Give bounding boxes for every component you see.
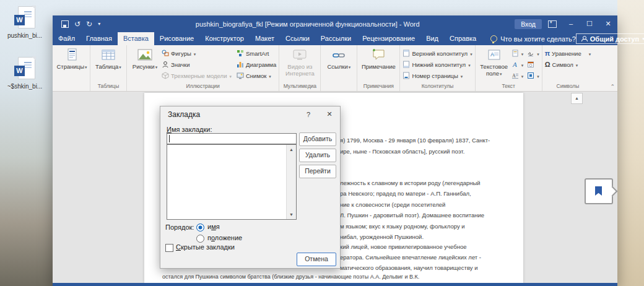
- sign-in-button[interactable]: Вход: [515, 19, 542, 29]
- bookmark-callout[interactable]: [585, 178, 613, 204]
- document-text-line: я) 1799, Москва - 29 января (10 февраля)…: [340, 137, 490, 144]
- group-symbols: π Уравнение Ω Символ Символы: [542, 45, 594, 91]
- text-cursor: [169, 135, 170, 142]
- hidden-bookmarks-checkbox[interactable]: [165, 244, 173, 252]
- tab-review[interactable]: Рецензирование: [357, 32, 420, 45]
- chart-button[interactable]: Диаграмма: [237, 59, 276, 70]
- group-illustrations: Рисунки Фигуры Значки: [126, 45, 279, 91]
- quick-parts-button[interactable]: [511, 48, 524, 59]
- group-pages: Страницы: [54, 45, 90, 91]
- desktop-icon-word-doc-2[interactable]: W ~$shkin_bi...: [5, 57, 45, 90]
- close-button[interactable]: ✕: [599, 15, 617, 32]
- minimize-button[interactable]: –: [562, 15, 580, 32]
- smartart-button[interactable]: SmartArt: [237, 48, 276, 59]
- tab-insert[interactable]: Вставка: [118, 32, 154, 45]
- bookmark-list[interactable]: ▲ ▼: [167, 144, 297, 220]
- svg-text:A: A: [490, 51, 494, 58]
- add-button[interactable]: Добавить: [299, 132, 336, 146]
- date-time-button[interactable]: [527, 59, 539, 70]
- collapse-ribbon-icon[interactable]: ⌃: [610, 84, 615, 90]
- scroll-down-icon[interactable]: ▼: [287, 210, 296, 219]
- shapes-button[interactable]: Фигуры: [162, 48, 232, 59]
- lightbulb-icon: [490, 35, 497, 42]
- tab-file[interactable]: Файл: [53, 32, 80, 45]
- wordart-button[interactable]: A: [511, 59, 524, 70]
- chart-icon: [237, 61, 244, 68]
- tab-help[interactable]: Справка: [444, 32, 482, 45]
- share-icon: [581, 36, 587, 41]
- word-doc-icon: W: [14, 57, 35, 82]
- radio-position-label[interactable]: положение: [207, 234, 242, 241]
- drop-cap-button[interactable]: A: [511, 70, 524, 81]
- symbol-button[interactable]: Ω Символ: [545, 59, 591, 70]
- comment-button[interactable]: Примечание: [360, 46, 397, 71]
- dialog-help-button[interactable]: ?: [298, 111, 319, 118]
- desktop-icon-word-doc-1[interactable]: W pushkin_bi...: [5, 6, 45, 39]
- svg-text:A: A: [512, 73, 516, 79]
- radio-name[interactable]: [196, 223, 204, 232]
- online-video-button[interactable]: Видео из Интернета: [282, 46, 318, 77]
- footer-icon: [402, 61, 410, 68]
- redo-icon[interactable]: ↻: [86, 20, 92, 28]
- document-text-line: матического образования, научил товарище…: [340, 264, 477, 271]
- table-button[interactable]: Таблица: [93, 46, 124, 71]
- 3d-model-icon: [162, 72, 169, 79]
- dialog-title-bar[interactable]: Закладка ? ✕: [160, 106, 340, 122]
- hidden-bookmarks-label[interactable]: Скрытые закладки: [176, 243, 235, 251]
- icons-button[interactable]: Значки: [162, 59, 232, 70]
- tab-draw[interactable]: Рисование: [154, 32, 199, 45]
- comment-icon: [370, 48, 386, 63]
- tab-references[interactable]: Ссылки: [280, 32, 315, 45]
- status-bar: [53, 283, 617, 286]
- group-links: Ссылки: [320, 45, 357, 91]
- ribbon-display-options-icon[interactable]: [548, 20, 557, 28]
- order-label: Порядок:: [165, 223, 194, 231]
- link-icon: [331, 48, 347, 63]
- document-text-line: остался для Пушкина символом братства (б…: [162, 274, 419, 280]
- cancel-button[interactable]: Отмена: [297, 253, 336, 266]
- footer-button[interactable]: Нижний колонтитул: [402, 59, 472, 70]
- pages-button[interactable]: Страницы: [56, 46, 87, 71]
- maximize-button[interactable]: ☐: [580, 15, 599, 32]
- dialog-close-button[interactable]: ✕: [319, 110, 340, 118]
- desktop-icon-label: pushkin_bi...: [5, 32, 45, 39]
- ribbon-tab-bar: Файл Главная Вставка Рисование Конструкт…: [53, 32, 617, 45]
- signature-line-button[interactable]: [527, 48, 539, 59]
- screenshot-button[interactable]: Снимок: [237, 70, 276, 81]
- radio-name-label[interactable]: имя: [207, 223, 220, 230]
- radio-position[interactable]: [196, 235, 204, 243]
- drop-cap-icon: A: [511, 72, 519, 79]
- text-box-button[interactable]: A Текстовое поле: [478, 46, 510, 77]
- undo-icon[interactable]: ↺: [74, 20, 80, 28]
- scroll-up-icon[interactable]: ▲: [287, 145, 296, 154]
- 3d-models-button[interactable]: Трехмерные модели: [162, 70, 232, 81]
- tab-design[interactable]: Конструктор: [199, 32, 250, 45]
- pictures-button[interactable]: Рисунки: [129, 46, 160, 71]
- scrollbar-up-arrow[interactable]: ▲: [571, 93, 583, 104]
- tab-view[interactable]: Вид: [420, 32, 444, 45]
- list-scrollbar[interactable]: ▲ ▼: [286, 145, 296, 219]
- svg-text:A: A: [512, 61, 517, 68]
- bookmark-name-input[interactable]: [167, 133, 297, 144]
- header-button[interactable]: Верхний колонтитул: [402, 48, 472, 59]
- document-text-line: лежность к славному в истории роду (леге…: [340, 180, 481, 186]
- pictures-icon: [137, 48, 153, 63]
- object-button[interactable]: [527, 70, 539, 81]
- save-icon[interactable]: [61, 20, 69, 28]
- tab-home[interactable]: Главная: [80, 32, 118, 45]
- delete-button[interactable]: Удалить: [299, 149, 336, 162]
- goto-button[interactable]: Перейти: [299, 165, 336, 178]
- document-text-line: Л. Пушкин - даровитый поэт). Домашнее во…: [340, 212, 484, 219]
- document-text-line: кий лицей, новое привилегированное учебн…: [340, 243, 466, 250]
- share-button[interactable]: Общий доступ ▾: [576, 33, 644, 44]
- tell-me-box[interactable]: Что вы хотите сделать?: [490, 32, 576, 45]
- page-number-button[interactable]: Номер страницы: [402, 70, 472, 81]
- title-bar: ↺ ↻ ▾ pushkin_biografiya_fkl [Режим огра…: [53, 15, 617, 32]
- equation-button[interactable]: π Уравнение: [545, 48, 591, 59]
- tab-mailings[interactable]: Рассылки: [315, 32, 357, 45]
- links-button[interactable]: Ссылки: [323, 46, 354, 71]
- ribbon-insert: Страницы Таблица Таблицы: [53, 45, 617, 92]
- tab-layout[interactable]: Макет: [250, 32, 280, 45]
- group-media: Видео из Интернета Мультимедиа: [279, 45, 320, 91]
- dialog-title: Закладка: [168, 110, 298, 119]
